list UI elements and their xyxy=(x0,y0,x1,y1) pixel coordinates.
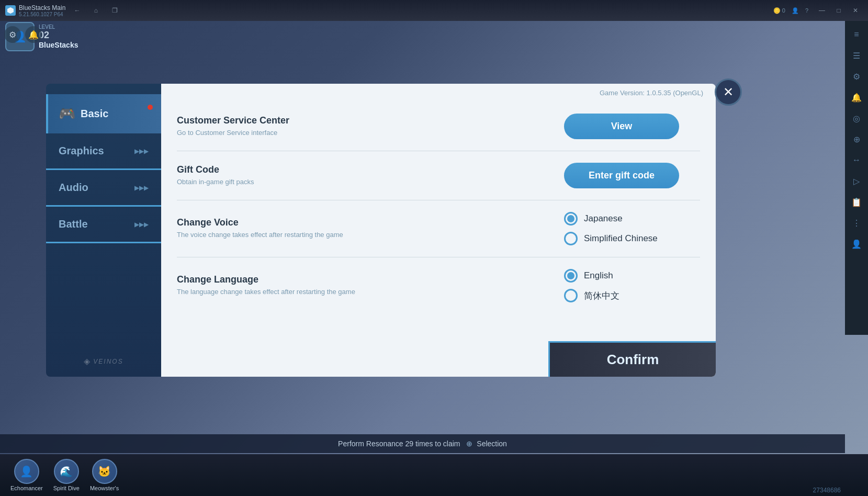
level-number: 02 xyxy=(39,30,78,41)
notification-dot xyxy=(148,105,153,110)
back-button[interactable]: ← xyxy=(70,5,84,16)
nav-icon-11[interactable]: 👤 xyxy=(847,234,866,253)
character-spirit-dive[interactable]: 🌊 Spirit Dive xyxy=(53,459,80,491)
nav-icon-10[interactable]: ⋮ xyxy=(847,213,866,232)
customer-service-actions: View xyxy=(564,114,700,139)
close-window-button[interactable]: ✕ xyxy=(848,5,863,16)
voice-chinese-label: Simplified Chinese xyxy=(584,233,658,244)
sidebar-label-battle: Battle xyxy=(59,218,88,230)
svg-marker-0 xyxy=(7,7,14,14)
gift-code-title: Gift Code xyxy=(177,164,376,175)
hud-bell-button[interactable]: 🔔 xyxy=(25,26,42,43)
voice-chinese-radio[interactable] xyxy=(564,232,578,245)
nav-icon-2[interactable]: ☰ xyxy=(847,46,866,65)
change-language-title: Change Language xyxy=(177,274,376,285)
close-settings-button[interactable]: ✕ xyxy=(715,78,742,106)
sidebar-logo: ◈ VEINOS xyxy=(46,356,161,366)
change-voice-info: Change Voice The voice change takes effe… xyxy=(177,217,376,240)
copy-button[interactable]: ❐ xyxy=(107,5,122,16)
settings-sidebar: 🎮 Basic Graphics ▶▶▶ Audio ▶▶▶ Battle ▶▶… xyxy=(46,84,161,377)
lang-chinese-radio[interactable] xyxy=(564,289,578,302)
nav-icon-8[interactable]: ▷ xyxy=(847,172,866,190)
confirm-bar[interactable]: Confirm xyxy=(548,341,716,377)
meowster-icon: 🐱 xyxy=(92,459,117,484)
minimize-button[interactable]: — xyxy=(815,5,829,16)
nav-icon-9[interactable]: 📋 xyxy=(847,193,866,211)
veinos-logo-text: VEINOS xyxy=(93,358,123,365)
task-text: Perform Resonance 29 times to claim ⊕ Se… xyxy=(338,439,507,448)
settings-dialog: ✕ 🎮 Basic Graphics ▶▶▶ Audio ▶▶▶ Battle … xyxy=(46,84,716,377)
bottom-bar: 👤 Echomancer 🌊 Spirit Dive 🐱 Meowster's … xyxy=(0,454,868,496)
voice-japanese-option[interactable]: Japanese xyxy=(564,212,623,226)
hud-buttons: ⚙ 🔔 xyxy=(4,26,42,43)
character-meowster[interactable]: 🐱 Meowster's xyxy=(90,459,119,491)
player-name: BlueStacks xyxy=(39,41,78,49)
battle-arrows: ▶▶▶ xyxy=(134,221,149,228)
lang-english-label: English xyxy=(584,270,613,281)
confirm-label: Confirm xyxy=(607,352,659,368)
player-id: 27348686 xyxy=(813,487,841,494)
player-info: LEVEL 02 BlueStacks xyxy=(39,24,78,49)
meowster-name: Meowster's xyxy=(90,485,119,491)
help-icon: ? xyxy=(805,7,808,14)
selection-icon: ⊕ xyxy=(466,439,472,448)
sidebar-label-audio: Audio xyxy=(59,182,88,194)
sidebar-item-basic[interactable]: 🎮 Basic xyxy=(46,94,161,133)
voice-chinese-option[interactable]: Simplified Chinese xyxy=(564,232,658,245)
character-echomancer[interactable]: 👤 Echomancer xyxy=(10,459,43,491)
nav-icon-7[interactable]: ↔ xyxy=(847,151,866,170)
change-voice-title: Change Voice xyxy=(177,217,376,228)
nav-icon-1[interactable]: ≡ xyxy=(847,25,866,44)
window-controls: 🪙 0 👤 ? — □ ✕ xyxy=(773,5,863,16)
app-title: BlueStacks Main xyxy=(19,4,65,12)
sidebar-item-audio[interactable]: Audio ▶▶▶ xyxy=(46,170,161,205)
nav-icon-5[interactable]: ◎ xyxy=(847,109,866,128)
nav-icon-4[interactable]: 🔔 xyxy=(847,88,866,107)
voice-japanese-radio[interactable] xyxy=(564,212,578,226)
settings-version: Game Version: 1.0.5.35 (OpenGL) xyxy=(161,84,716,102)
battle-divider xyxy=(46,242,161,243)
lang-chinese-label: 简休中文 xyxy=(584,290,619,302)
view-button[interactable]: View xyxy=(564,114,679,139)
echomancer-name: Echomancer xyxy=(10,485,43,491)
customer-service-title: Customer Service Center xyxy=(177,115,376,126)
lang-chinese-option[interactable]: 简休中文 xyxy=(564,289,619,302)
settings-body[interactable]: Customer Service Center Go to Customer S… xyxy=(161,102,716,377)
active-indicator xyxy=(46,94,48,133)
right-nav-panel: ≡ ☰ ⚙ 🔔 ◎ ⊕ ↔ ▷ 📋 ⋮ 👤 xyxy=(845,21,868,335)
home-button[interactable]: ⌂ xyxy=(88,5,103,16)
change-language-row: Change Language The language change take… xyxy=(177,257,700,314)
app-logo: BlueStacks Main 5.21.560.1027 P64 xyxy=(5,4,65,17)
user-icon: 👤 xyxy=(792,7,799,14)
graphics-arrows: ▶▶▶ xyxy=(134,148,149,155)
customer-service-desc: Go to Customer Service interface xyxy=(177,128,376,138)
change-language-options: English 简休中文 xyxy=(564,269,700,302)
change-language-desc: The language change takes effect after r… xyxy=(177,287,376,297)
veinos-logo-icon: ◈ xyxy=(84,356,90,366)
sidebar-label-graphics: Graphics xyxy=(59,145,104,157)
change-voice-desc: The voice change takes effect after rest… xyxy=(177,230,376,240)
gift-code-row: Gift Code Obtain in-game gift packs Ente… xyxy=(177,151,700,200)
level-label: LEVEL xyxy=(39,24,78,30)
enter-gift-code-button[interactable]: Enter gift code xyxy=(564,163,679,188)
customer-service-info: Customer Service Center Go to Customer S… xyxy=(177,115,376,138)
version-text: Game Version: 1.0.5.35 (OpenGL) xyxy=(600,89,703,97)
nav-icon-3[interactable]: ⚙ xyxy=(847,67,866,86)
sidebar-item-graphics[interactable]: Graphics ▶▶▶ xyxy=(46,133,161,168)
hud-gear-button[interactable]: ⚙ xyxy=(4,26,21,43)
coin-display: 🪙 0 xyxy=(773,7,785,14)
change-language-info: Change Language The language change take… xyxy=(177,274,376,297)
sidebar-item-battle[interactable]: Battle ▶▶▶ xyxy=(46,207,161,242)
gift-code-info: Gift Code Obtain in-game gift packs xyxy=(177,164,376,187)
echomancer-icon: 👤 xyxy=(14,459,39,484)
change-voice-options: Japanese Simplified Chinese xyxy=(564,212,700,245)
voice-japanese-label: Japanese xyxy=(584,213,623,224)
lang-english-radio[interactable] xyxy=(564,269,578,283)
lang-english-option[interactable]: English xyxy=(564,269,613,283)
spirit-dive-icon: 🌊 xyxy=(54,459,79,484)
bluestacks-icon xyxy=(5,5,16,16)
nav-icon-6[interactable]: ⊕ xyxy=(847,130,866,149)
maximize-button[interactable]: □ xyxy=(831,5,846,16)
audio-arrows: ▶▶▶ xyxy=(134,184,149,191)
settings-content-panel: Game Version: 1.0.5.35 (OpenGL) Customer… xyxy=(161,84,716,377)
